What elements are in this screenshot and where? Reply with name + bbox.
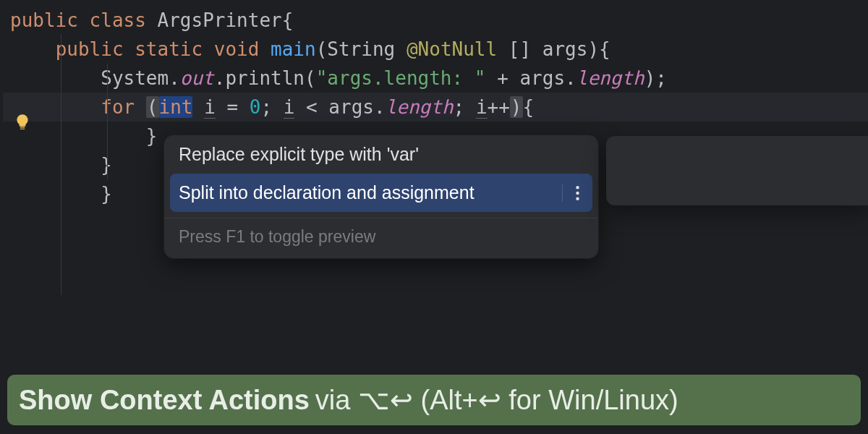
tip-banner: Show Context Actions via ⌥↩ (Alt+↩ for W…	[7, 375, 861, 425]
hint-text: Press F1 to toggle preview	[179, 227, 375, 246]
intention-split-declaration[interactable]: Split into declaration and assignment	[170, 174, 592, 212]
keyword-int: int	[159, 96, 193, 118]
banner-text: via ⌥↩ (Alt+↩ for Win/Linux)	[315, 384, 678, 416]
intention-label: Split into declaration and assignment	[179, 182, 475, 203]
svg-rect-0	[20, 126, 25, 127]
svg-point-1	[576, 186, 579, 189]
class-name: ArgsPrinter	[158, 9, 282, 31]
paren-open: (	[146, 96, 159, 118]
svg-point-3	[576, 197, 579, 200]
var-i: i	[204, 96, 216, 119]
intention-preview-panel: 8int i; 9for (i = 0; i < args	[606, 136, 868, 205]
keyword-for: for	[101, 96, 135, 118]
more-options-icon[interactable]	[562, 184, 584, 202]
svg-point-2	[576, 191, 579, 194]
brace: }	[101, 183, 112, 205]
keyword-public: public	[10, 9, 78, 31]
field-length: length	[386, 96, 454, 118]
annotation: @NotNull	[407, 38, 497, 60]
keyword-class: class	[90, 9, 146, 31]
banner-action-name: Show Context Actions	[19, 385, 310, 416]
type: String	[327, 38, 395, 60]
var-i: i	[476, 96, 488, 119]
brace: }	[146, 125, 158, 147]
println: println	[225, 67, 305, 89]
code-line-highlighted: for (int i = 0; i < args.length; i++){	[3, 93, 868, 122]
paren-close: )	[510, 96, 523, 118]
keyword-public: public	[56, 38, 124, 60]
intention-replace-with-var[interactable]: Replace explicit type with 'var'	[164, 135, 598, 174]
preview-line: 8int i;	[615, 200, 868, 205]
code-line-empty	[3, 266, 868, 295]
method-name: main	[271, 38, 316, 60]
field-out: out	[180, 67, 214, 89]
line-number: 8	[615, 200, 635, 205]
system: System	[101, 67, 169, 89]
intention-bulb-icon[interactable]	[13, 113, 32, 132]
shortcut-win: Alt+↩	[430, 385, 501, 415]
shortcut-mac: ⌥↩	[358, 385, 413, 415]
code-line: public static void main(String @NotNull …	[3, 35, 868, 64]
code-line: public class ArgsPrinter{	[3, 6, 868, 35]
context-actions-popup: Replace explicit type with 'var' Split i…	[163, 135, 599, 259]
field-length: length	[576, 67, 644, 89]
popup-hint: Press F1 to toggle preview	[164, 218, 598, 258]
var-i: i	[284, 96, 295, 119]
keyword-static: static	[135, 38, 203, 60]
number: 0	[250, 96, 261, 118]
param: args	[542, 38, 588, 60]
code-line: System.out.println("args.length: " + arg…	[3, 64, 868, 93]
intention-label: Replace explicit type with 'var'	[179, 144, 419, 165]
string-literal: "args.length: "	[316, 67, 486, 89]
brace: {	[282, 9, 294, 31]
keyword-void: void	[214, 38, 260, 60]
